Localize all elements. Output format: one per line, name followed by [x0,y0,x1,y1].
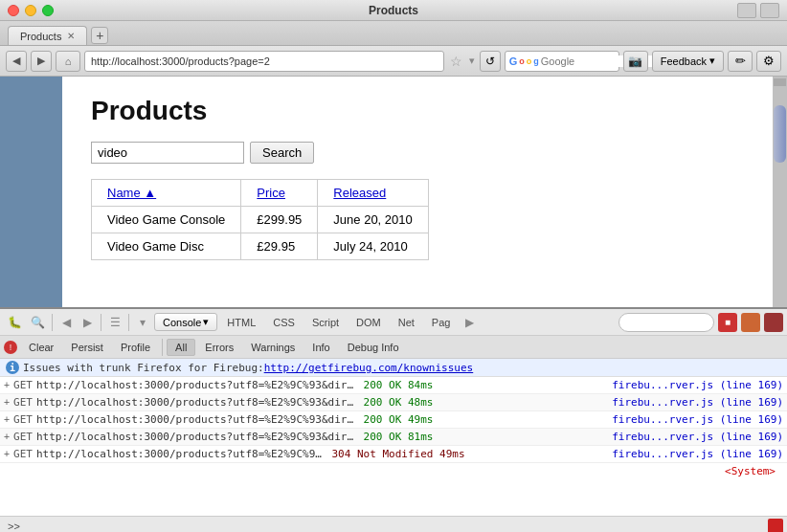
info-link[interactable]: http://getfirebug.com/knownissues [264,362,474,374]
profile-button[interactable]: Profile [113,340,158,355]
console-tab[interactable]: Console ▾ [154,313,217,331]
firebug-subtoolbar: ! Clear Persist Profile All Errors Warni… [0,336,787,359]
minimize-button[interactable] [25,5,36,16]
fb-red-button1[interactable]: ■ [718,313,737,332]
log-file[interactable]: firebu...rver.js (line 169) [440,431,783,443]
settings-btn[interactable]: ⚙ [756,51,781,72]
product-price: £29.95 [241,233,318,260]
google-search-box[interactable]: G o o g 🔍 [505,51,619,72]
script-tab[interactable]: Script [304,314,347,331]
grid-icon[interactable] [760,3,779,18]
home-button[interactable]: ⌂ [56,51,80,72]
table-header-released[interactable]: Released [318,180,428,207]
fb-red-button3[interactable] [764,313,783,332]
persist-button[interactable]: Persist [63,340,111,355]
errors-filter-button[interactable]: Errors [197,340,241,355]
feedback-button[interactable]: Feedback ▾ [652,51,724,72]
new-tab-button[interactable]: + [91,27,108,44]
firebug-search-input[interactable] [618,313,714,332]
fb-dropdown-icon[interactable]: ▾ [133,313,152,332]
expand-icon[interactable]: + [4,449,10,459]
console-label: Console [163,317,201,328]
search-input[interactable] [91,142,244,164]
console-dropdown: ▾ [203,316,209,328]
firebug-bottom-close[interactable] [768,519,783,533]
pag-tab[interactable]: Pag [424,314,459,331]
scrollbar-thumb[interactable] [774,105,786,163]
url-bar[interactable]: http://localhost:3000/products?page=2 [84,51,444,72]
pencil-btn[interactable]: ✏ [728,51,753,72]
clear-button[interactable]: Clear [21,340,61,355]
css-tab[interactable]: CSS [265,314,303,331]
dropdown-icon[interactable]: ▾ [469,55,475,67]
fb-forward-button[interactable]: ▶ [78,313,97,332]
url-text: http://localhost:3000/products?page=2 [91,55,270,67]
active-tab[interactable]: Products ✕ [8,26,87,45]
firebug-logo[interactable]: 🐛 [4,312,25,333]
firebug-console: i Issues with trunk Firefox for Firebug:… [0,359,787,516]
products-table: Name ▲ Price Released Video Game Console… [91,179,429,260]
bookmark-icon[interactable]: ☆ [450,54,462,69]
firebug-bottom-bar: >> [0,516,787,532]
log-url: GEThttp://localhost:3000/products?utf8=%… [13,379,356,391]
tab-close-icon[interactable]: ✕ [67,31,75,41]
fb-back-button[interactable]: ◀ [56,313,76,332]
log-file[interactable]: firebu...rver.js (line 169) [440,379,783,391]
log-url: GEThttp://localhost:3000/products?utf8=%… [13,431,356,443]
net-tab[interactable]: Net [391,314,422,331]
list-icon[interactable] [737,3,756,18]
firebug-bottom-label[interactable]: >> [4,521,24,532]
price-sort-link[interactable]: Price [257,186,285,200]
system-label: <System> [725,465,781,477]
dom-tab[interactable]: DOM [349,314,389,331]
info-filter-button[interactable]: Info [304,340,337,355]
tab-bar: Products ✕ + [0,21,787,46]
window-controls[interactable] [8,5,54,16]
log-status: 200 OK 81ms [364,431,434,443]
scrollbar[interactable] [773,77,787,307]
refresh-button[interactable]: ↺ [480,51,501,72]
system-row: <System> [0,463,787,479]
log-row: + GEThttp://localhost:3000/products?utf8… [0,411,787,429]
expand-icon[interactable]: + [4,397,10,408]
inspect-icon[interactable]: 🔍 [27,312,48,333]
camera-btn[interactable]: 📷 [623,51,648,72]
close-button[interactable] [8,5,19,16]
log-row: + GEThttp://localhost:3000/products?utf8… [0,394,787,411]
maximize-button[interactable] [42,5,54,16]
expand-icon[interactable]: + [4,432,10,442]
log-url: GEThttp://localhost:3000/products?utf8=%… [13,396,356,409]
main-area: Products Search Name ▲ Price Released [0,77,787,307]
forward-button[interactable]: ▶ [31,51,52,72]
warnings-filter-button[interactable]: Warnings [243,340,303,355]
name-sort-link[interactable]: Name ▲ [107,186,156,200]
fb-right-arrow[interactable]: ▶ [460,313,479,332]
google-icon3: o [527,56,532,66]
log-file[interactable]: firebu...rver.js (line 169) [473,448,783,460]
table-header-name[interactable]: Name ▲ [92,180,241,207]
address-bar: ◀ ▶ ⌂ http://localhost:3000/products?pag… [0,46,787,77]
log-status: 304 Not Modified 49ms [331,448,464,460]
all-filter-button[interactable]: All [167,339,195,356]
expand-icon[interactable]: + [4,414,10,425]
debug-filter-button[interactable]: Debug Info [340,340,407,355]
fb-list-icon[interactable]: ☰ [105,313,124,332]
info-message: Issues with trunk Firefox for Firebug: [23,362,264,374]
product-name: Video Game Disc [92,233,241,260]
firebug-info-row: i Issues with trunk Firefox for Firebug:… [0,359,787,377]
info-icon: i [6,361,19,374]
fb-red-button2[interactable] [741,313,760,332]
search-box: Search [91,142,744,164]
tab-label: Products [20,31,61,42]
feedback-label: Feedback [661,55,707,67]
search-button[interactable]: Search [250,142,314,164]
scroll-up-arrow[interactable] [774,78,786,86]
log-file[interactable]: firebu...rver.js (line 169) [440,413,783,426]
log-file[interactable]: firebu...rver.js (line 169) [440,396,783,409]
expand-icon[interactable]: + [4,380,10,390]
dropdown-arrow: ▾ [709,55,715,67]
html-tab[interactable]: HTML [219,314,263,331]
released-sort-link[interactable]: Released [333,186,386,200]
table-header-price[interactable]: Price [241,180,318,207]
back-button[interactable]: ◀ [6,51,27,72]
